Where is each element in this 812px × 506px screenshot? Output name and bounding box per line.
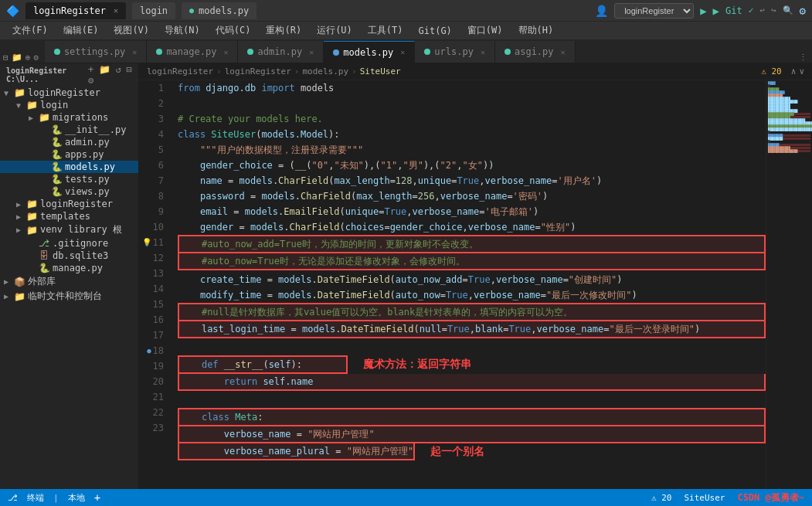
title-tab-login[interactable]: login [132, 2, 175, 19]
commit-icon[interactable]: ⊕ [25, 53, 31, 63]
tree-db[interactable]: 🗄 db.sqlite3 [0, 250, 138, 262]
more-tabs-icon[interactable]: ⋮ [799, 53, 807, 63]
tree-login[interactable]: ▼ 📁 login [0, 99, 138, 111]
arrow-icon: ▶ [0, 277, 12, 286]
sidebar-collapse-icon[interactable]: ⊟ [126, 64, 131, 75]
title-tab-models[interactable]: ● models.py [182, 2, 257, 19]
arrow-icon: ▶ [12, 226, 25, 234]
title-controls: 👤 loginRegister ▶ ▶ Git ✓ ↩ ↪ 🔍 ⚙ [595, 3, 806, 19]
title-tab-close[interactable]: ✕ [114, 6, 118, 15]
code-line-4: class SiteUser(models.Model): [178, 127, 766, 142]
run-debug-icon[interactable]: ▶ [713, 5, 719, 17]
menu-view[interactable]: 视图(V) [107, 22, 155, 39]
menu-run[interactable]: 运行(U) [311, 22, 358, 39]
tab-asgi[interactable]: asgi.py ✕ [495, 41, 576, 63]
code-line-15: #null是针对数据库，其value值可以为空。blank是针对表单的，填写的内… [178, 303, 766, 321]
settings-icon[interactable]: ⚙ [800, 5, 806, 17]
menu-file[interactable]: 文件(F) [6, 22, 54, 39]
code-line-18-row: def __str__(self): 魔术方法：返回字符串 [178, 355, 766, 374]
branch-selector[interactable]: loginRegister [614, 3, 694, 19]
file-explorer-icon[interactable]: 📁 [12, 53, 22, 63]
menu-nav[interactable]: 导航(N) [158, 22, 206, 39]
line-num-10: 10 [139, 219, 164, 235]
fold-icon[interactable]: ∧ [791, 66, 797, 76]
code-line-13: create_time = models.DateTimeField(auto_… [178, 272, 766, 287]
line-num-14: 14 [139, 281, 164, 297]
tree-views[interactable]: 🐍 views.py [0, 185, 138, 198]
menu-refactor[interactable]: 重构(R) [260, 22, 307, 39]
tree-loginregister-sub[interactable]: ▶ 📁 loginRegister [0, 198, 138, 210]
redo-icon[interactable]: ↪ [771, 5, 776, 15]
tree-models[interactable]: 🐍 models.py [0, 161, 138, 173]
tree-temp[interactable]: ▶ 📁 临时文件和控制台 [0, 289, 138, 304]
menu-help[interactable]: 帮助(H) [512, 22, 560, 39]
tab-manage[interactable]: manage.py ✕ [147, 41, 238, 63]
breadcrumb-class: SiteUser [360, 66, 401, 76]
sidebar-new-file-icon[interactable]: + [88, 64, 93, 75]
tab-urls-close[interactable]: ✕ [481, 48, 485, 56]
git-check-icon: ✓ [749, 5, 754, 15]
code-editor[interactable]: from django.db import models # Create yo… [170, 80, 766, 489]
tab-urls[interactable]: urls.py ✕ [415, 41, 495, 63]
py-file-icon: 🐍 [49, 149, 63, 160]
add-terminal-btn[interactable]: + [94, 491, 100, 504]
breadcrumb-sep2: › [294, 66, 300, 76]
line-num-9: 9 [139, 204, 164, 219]
tab-settings-close[interactable]: ✕ [132, 48, 137, 56]
tab-settings-label: settings.py [64, 46, 125, 57]
py-file-icon: 🐍 [49, 137, 63, 148]
menu-window[interactable]: 窗口(W) [461, 22, 509, 39]
arrow-icon: ▶ [0, 292, 12, 301]
line-num-13: 13 [139, 266, 164, 281]
tree-apps[interactable]: 🐍 apps.py [0, 148, 138, 161]
tree-templates[interactable]: ▶ 📁 templates [0, 210, 138, 222]
tree-tests[interactable]: 🐍 tests.py [0, 173, 138, 185]
menu-edit[interactable]: 编辑(E) [57, 22, 105, 39]
gutter-bulb: 💡 [142, 235, 151, 250]
sidebar-refresh-icon[interactable]: ↺ [116, 64, 121, 75]
sidebar-title: loginRegister C:\U... [6, 66, 85, 83]
py-file-icon: 🐍 [49, 186, 63, 197]
line-num-2: 2 [139, 96, 164, 111]
undo-icon[interactable]: ↩ [759, 5, 765, 15]
sidebar-new-folder-icon[interactable]: 📁 [99, 64, 110, 75]
spacer [25, 252, 37, 260]
tab-settings[interactable]: settings.py ✕ [45, 41, 148, 63]
tree-manage[interactable]: 🐍 manage.py [0, 262, 138, 274]
line-num-20: 20 [139, 374, 164, 389]
db-file-icon: 🗄 [37, 250, 51, 261]
run-icon[interactable]: ▶ [700, 5, 706, 17]
tree-label: templates [40, 211, 90, 222]
tree-init[interactable]: 🐍 __init__.py [0, 124, 138, 136]
tab-models[interactable]: models.py ✕ [324, 41, 415, 63]
title-tab-loginregister[interactable]: loginRegister ✕ [25, 2, 126, 19]
py-file-icon: 🐍 [49, 124, 63, 135]
tab-models-close[interactable]: ✕ [400, 48, 405, 56]
tree-gitignore[interactable]: ⎇ .gitignore [0, 237, 138, 250]
annotation-magic-method: 魔术方法：返回字符串 [363, 357, 471, 372]
search-icon[interactable]: 🔍 [783, 5, 793, 15]
line-num-4: 4 [139, 127, 164, 142]
tree-admin[interactable]: 🐍 admin.py [0, 136, 138, 148]
sidebar-toggle-icon[interactable]: ⊟ [3, 53, 8, 63]
tree-label: db.sqlite3 [53, 250, 108, 261]
menu-git[interactable]: Git(G) [413, 24, 458, 38]
tab-manage-close[interactable]: ✕ [223, 48, 228, 56]
tree-loginregister-root[interactable]: ▼ 📁 loginRegister [0, 87, 138, 99]
tree-external-libs[interactable]: ▶ 📦 外部库 [0, 274, 138, 289]
tree-venv[interactable]: ▶ 📁 venv library 根 [0, 222, 138, 237]
tab-admin[interactable]: admin.py ✕ [238, 41, 324, 63]
menu-code[interactable]: 代码(C) [209, 22, 257, 39]
tab-asgi-close[interactable]: ✕ [561, 48, 566, 56]
spacer [37, 151, 49, 159]
tree-migrations[interactable]: ▶ 📁 migrations [0, 111, 138, 124]
git-icon: Git [725, 5, 742, 16]
unfold-icon[interactable]: ∨ [799, 66, 804, 76]
tree-label: 临时文件和控制台 [28, 290, 102, 303]
menu-tools[interactable]: 工具(T) [362, 22, 409, 39]
file-tabs-more-icon[interactable]: ⚙ [33, 53, 39, 63]
title-tab-label2: login [140, 5, 168, 16]
sidebar-settings-icon[interactable]: ⚙ [88, 75, 93, 86]
tab-admin-close[interactable]: ✕ [309, 48, 314, 56]
minimap: ████ █ ██████ █████████ ████████ ███████… [766, 80, 812, 489]
